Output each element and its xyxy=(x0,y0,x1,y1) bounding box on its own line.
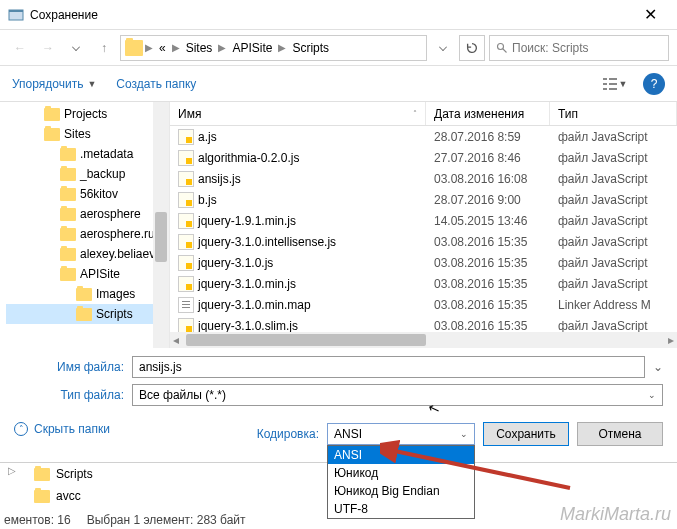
folder-icon xyxy=(34,490,50,503)
tree-label: 56kitov xyxy=(80,187,118,201)
breadcrumb-dropdown[interactable] xyxy=(431,36,455,60)
cancel-button[interactable]: Отмена xyxy=(577,422,663,446)
tree-item[interactable]: _backup xyxy=(6,164,169,184)
file-row[interactable]: jquery-3.1.0.js03.08.2016 15:35файл Java… xyxy=(170,252,677,273)
folder-icon xyxy=(60,168,76,181)
up-button[interactable]: ↑ xyxy=(92,36,116,60)
new-folder-button[interactable]: Создать папку xyxy=(116,77,196,91)
tree-item[interactable]: alexey.beliaev xyxy=(6,244,169,264)
folder-tree[interactable]: ProjectsSites.metadata_backup56kitovaero… xyxy=(0,102,170,348)
column-date[interactable]: Дата изменения xyxy=(426,102,550,125)
tree-item[interactable]: aerosphere xyxy=(6,204,169,224)
encoding-option[interactable]: UTF-8 xyxy=(328,500,474,518)
close-button[interactable]: ✕ xyxy=(632,1,669,28)
tree-item[interactable]: APISite xyxy=(6,264,169,284)
recent-button[interactable] xyxy=(64,36,88,60)
scrollbar-thumb[interactable] xyxy=(155,212,167,262)
tree-label: Sites xyxy=(64,127,91,141)
chevron-right-icon[interactable]: ▶ xyxy=(278,42,286,53)
encoding-option[interactable]: Юникод xyxy=(328,464,474,482)
file-list-panel: Имя˄ Дата изменения Тип a.js28.07.2016 8… xyxy=(170,102,677,348)
navbar: ← → ↑ ▶ « ▶ Sites ▶ APISite ▶ Scripts xyxy=(0,30,677,66)
file-type: Linker Address M xyxy=(550,298,677,312)
folder-icon xyxy=(60,188,76,201)
tree-item[interactable]: .metadata xyxy=(6,144,169,164)
tree-label: Images xyxy=(96,287,135,301)
crumb-sites[interactable]: Sites xyxy=(182,39,217,57)
refresh-icon xyxy=(465,41,479,55)
tree-item[interactable]: 56kitov xyxy=(6,184,169,204)
svg-rect-6 xyxy=(603,83,607,85)
save-button[interactable]: Сохранить xyxy=(483,422,569,446)
scrollbar-thumb[interactable] xyxy=(186,334,426,346)
file-type: файл JavaScript xyxy=(550,214,677,228)
encoding-option[interactable]: Юникод Big Endian xyxy=(328,482,474,500)
tree-item[interactable]: aerosphere.ru xyxy=(6,224,169,244)
file-name: jquery-3.1.0.min.js xyxy=(198,277,296,291)
bg-folder-avcc[interactable]: avcc xyxy=(56,489,81,503)
file-row[interactable]: ansijs.js03.08.2016 16:08файл JavaScript xyxy=(170,168,677,189)
crumb-apisite[interactable]: APISite xyxy=(228,39,276,57)
file-row[interactable]: jquery-3.1.0.min.map03.08.2016 15:35Link… xyxy=(170,294,677,315)
file-row[interactable]: algorithmia-0.2.0.js27.07.2016 8:46файл … xyxy=(170,147,677,168)
folder-icon xyxy=(44,128,60,141)
chevron-right-icon[interactable]: ▶ xyxy=(218,42,226,53)
encoding-dropdown[interactable]: ANSIЮникодЮникод Big EndianUTF-8 xyxy=(327,445,475,519)
crumb-pre[interactable]: « xyxy=(155,39,170,57)
dialog-bottom: ˄ Скрыть папки Кодировка: ANSI⌄ ANSIЮник… xyxy=(0,416,677,456)
back-button[interactable]: ← xyxy=(8,36,32,60)
file-name: algorithmia-0.2.0.js xyxy=(198,151,299,165)
file-name: jquery-3.1.0.js xyxy=(198,256,273,270)
encoding-select[interactable]: ANSI⌄ xyxy=(327,423,475,445)
filename-input[interactable] xyxy=(132,356,645,378)
help-button[interactable]: ? xyxy=(643,73,665,95)
file-date: 03.08.2016 15:35 xyxy=(426,298,550,312)
organize-button[interactable]: Упорядочить ▼ xyxy=(12,77,96,91)
file-date: 03.08.2016 15:35 xyxy=(426,319,550,333)
file-row[interactable]: jquery-3.1.0.min.js03.08.2016 15:35файл … xyxy=(170,273,677,294)
encoding-option[interactable]: ANSI xyxy=(328,446,474,464)
search-input[interactable] xyxy=(512,41,662,55)
tree-item[interactable]: Projects xyxy=(6,104,169,124)
view-options-button[interactable]: ▼ xyxy=(597,72,633,96)
folder-icon xyxy=(44,108,60,121)
file-row[interactable]: jquery-3.1.0.slim.js03.08.2016 15:35файл… xyxy=(170,315,677,332)
tree-label: aerosphere.ru xyxy=(80,227,155,241)
tree-label: aerosphere xyxy=(80,207,141,221)
file-row[interactable]: b.js28.07.2016 9:00файл JavaScript xyxy=(170,189,677,210)
column-type[interactable]: Тип xyxy=(550,102,677,125)
file-row[interactable]: a.js28.07.2016 8:59файл JavaScript xyxy=(170,126,677,147)
column-name[interactable]: Имя˄ xyxy=(170,102,426,125)
file-list[interactable]: a.js28.07.2016 8:59файл JavaScriptalgori… xyxy=(170,126,677,332)
chevron-right-icon[interactable]: ▶ xyxy=(145,42,153,53)
hide-folders-link[interactable]: ˄ Скрыть папки xyxy=(14,422,110,436)
breadcrumb[interactable]: ▶ « ▶ Sites ▶ APISite ▶ Scripts xyxy=(120,35,427,61)
save-form: Имя файла: ⌄ Тип файла: Все файлы (*.*)⌄ xyxy=(0,348,677,416)
file-row[interactable]: jquery-3.1.0.intellisense.js03.08.2016 1… xyxy=(170,231,677,252)
tree-label: APISite xyxy=(80,267,120,281)
tree-item[interactable]: Images xyxy=(6,284,169,304)
file-icon xyxy=(178,234,194,250)
tree-item[interactable]: Sites xyxy=(6,124,169,144)
tree-scrollbar[interactable] xyxy=(153,102,169,348)
file-name: jquery-3.1.0.intellisense.js xyxy=(198,235,336,249)
chevron-right-icon[interactable]: ▶ xyxy=(172,42,180,53)
tree-item[interactable]: Scripts xyxy=(6,304,169,324)
file-type: файл JavaScript xyxy=(550,172,677,186)
titlebar: Сохранение ✕ xyxy=(0,0,677,30)
filetype-select[interactable]: Все файлы (*.*)⌄ xyxy=(132,384,663,406)
crumb-scripts[interactable]: Scripts xyxy=(288,39,333,57)
folder-icon xyxy=(125,40,143,56)
file-name: jquery-3.1.0.slim.js xyxy=(198,319,298,333)
file-row[interactable]: jquery-1.9.1.min.js14.05.2015 13:46файл … xyxy=(170,210,677,231)
refresh-button[interactable] xyxy=(459,35,485,61)
file-icon xyxy=(178,171,194,187)
forward-button[interactable]: → xyxy=(36,36,60,60)
filename-dropdown[interactable]: ⌄ xyxy=(653,360,663,374)
file-date: 14.05.2015 13:46 xyxy=(426,214,550,228)
bg-folder-scripts[interactable]: Scripts xyxy=(56,467,93,481)
horizontal-scrollbar[interactable]: ◂ ▸ xyxy=(170,332,677,348)
folder-icon xyxy=(60,268,76,281)
svg-line-3 xyxy=(503,48,507,52)
search-box[interactable] xyxy=(489,35,669,61)
